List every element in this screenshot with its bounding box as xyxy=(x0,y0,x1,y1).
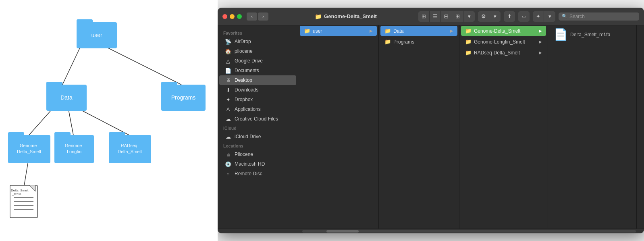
data-arrow: ▶ xyxy=(450,29,453,33)
sidebar-item-icloud[interactable]: ☁ iCloud Drive xyxy=(219,132,296,141)
col-item-data[interactable]: 📁 Data ▶ xyxy=(380,26,457,36)
view-options-btn[interactable]: ▾ xyxy=(463,11,475,22)
close-button[interactable] xyxy=(222,14,227,19)
svg-rect-16 xyxy=(54,132,71,137)
title-folder-icon: 📁 xyxy=(315,13,322,20)
sidebar-item-dropbox[interactable]: ✦ Dropbox xyxy=(219,95,296,104)
dropbox-arrow-btn[interactable]: ▾ xyxy=(544,11,555,22)
locations-label: Locations xyxy=(218,141,298,150)
programs-folder-icon: 📁 xyxy=(384,39,391,45)
sidebar-item-documents[interactable]: 📄 Documents xyxy=(219,66,296,75)
edit-group: ▭ xyxy=(518,11,530,22)
sidebar-item-remotedisc[interactable]: ○ Remote Disc xyxy=(219,169,296,179)
sidebar-item-creativecloud[interactable]: ☁ Creative Cloud Files xyxy=(219,114,296,124)
col-item-genome-delta[interactable]: 📁 Genome-Delta_Smelt ▶ xyxy=(461,26,546,36)
icloud-label: iCloud Drive xyxy=(235,134,261,139)
radseq-folder-icon: 📁 xyxy=(465,50,472,56)
svg-rect-11 xyxy=(161,82,177,87)
forward-button[interactable]: › xyxy=(258,12,268,21)
svg-line-3 xyxy=(69,110,73,135)
col-item-user[interactable]: 📁 user ▶ xyxy=(300,26,377,36)
downloads-icon: ⬇ xyxy=(225,87,231,93)
icloud-label: iCloud xyxy=(218,124,298,132)
back-button[interactable]: ‹ xyxy=(247,12,257,21)
icon-view-btn[interactable]: ⊞ xyxy=(418,11,430,22)
svg-text:Delta_Smelt: Delta_Smelt xyxy=(17,149,41,154)
sidebar-item-pliocene-loc[interactable]: 🖥 Pliocene xyxy=(219,150,296,159)
search-box[interactable]: 🔍 Search xyxy=(559,12,639,21)
sidebar: Favorites 📡 AirDrop 🏠 pliocene △ Google … xyxy=(218,25,298,229)
edit-btn[interactable]: ▭ xyxy=(518,11,530,22)
sidebar-item-desktop[interactable]: 🖥 Desktop xyxy=(219,75,296,85)
svg-text:_ref.fa: _ref.fa xyxy=(12,192,21,196)
column-genomes: 📁 Genome-Delta_Smelt ▶ 📁 Genome-Longfin_… xyxy=(459,25,548,229)
tree-panel: user Data Programs Genome- Delta_Smelt G… xyxy=(0,0,218,241)
file-label: Delta_Smelt xyxy=(11,189,29,192)
maximize-button[interactable] xyxy=(237,14,242,19)
column-files: 📄 Delta_Smelt_ref.fa xyxy=(548,25,637,229)
col-item-delta-file[interactable]: 📄 Delta_Smelt_ref.fa xyxy=(550,26,635,43)
col-item-genome-longfin[interactable]: 📁 Genome-Longfin_Smelt ▶ xyxy=(461,37,546,47)
programs-node: Programs xyxy=(171,94,196,101)
creativecloud-icon: ☁ xyxy=(225,116,231,122)
column-user: 📁 user ▶ xyxy=(298,25,379,229)
list-view-btn[interactable]: ☰ xyxy=(430,11,441,22)
favorites-label: Favorites xyxy=(218,29,298,37)
data-folder-label: Data xyxy=(393,28,403,34)
col-item-radseq[interactable]: 📁 RADseq-Delta_Smelt ▶ xyxy=(461,48,546,58)
radseq-arrow: ▶ xyxy=(539,50,542,55)
dropbox-group: ✦ ▾ xyxy=(533,11,555,22)
radseq-node: RADseq- xyxy=(121,143,139,148)
macintosh-label: Macintosh HD xyxy=(235,161,265,167)
svg-rect-13 xyxy=(8,132,24,137)
googledrive-label: Google Drive xyxy=(235,58,263,64)
dropbox-btn[interactable]: ✦ xyxy=(533,11,544,22)
svg-line-4 xyxy=(79,109,129,135)
applications-label: Applications xyxy=(235,106,261,112)
sidebar-item-googledrive[interactable]: △ Google Drive xyxy=(219,56,296,66)
airdrop-label: AirDrop xyxy=(235,39,251,44)
columns-area: 📁 user ▶ 📁 Data ▶ 📁 Programs xyxy=(298,25,644,229)
airdrop-icon: 📡 xyxy=(225,38,231,45)
gallery-view-btn[interactable]: ⊞ xyxy=(452,11,463,22)
user-folder-icon: 📁 xyxy=(304,28,310,34)
action-arrow-btn[interactable]: ▾ xyxy=(489,11,501,22)
window-title: Genome-Delta_Smelt xyxy=(324,13,377,19)
applications-icon: A xyxy=(225,106,231,112)
minimize-button[interactable] xyxy=(230,14,235,19)
scroll-bar[interactable] xyxy=(218,229,644,233)
user-arrow: ▶ xyxy=(370,29,373,33)
svg-line-2 xyxy=(29,109,52,135)
share-btn[interactable]: ⬆ xyxy=(504,11,515,22)
genome-delta-folder-icon: 📁 xyxy=(465,28,472,34)
finder-content: Favorites 📡 AirDrop 🏠 pliocene △ Google … xyxy=(218,25,644,229)
programs-folder-label: Programs xyxy=(393,39,414,45)
data-node: Data xyxy=(60,94,73,101)
genome-longfin-folder-icon: 📁 xyxy=(465,39,472,45)
column-empty xyxy=(637,25,644,229)
genome-delta-folder-label: Genome-Delta_Smelt xyxy=(474,28,520,34)
genome-delta-node: Genome- xyxy=(20,143,38,148)
remotedisc-label: Remote Disc xyxy=(235,171,262,177)
search-placeholder: Search xyxy=(569,14,585,19)
sidebar-item-applications[interactable]: A Applications xyxy=(219,104,296,114)
share-group: ⬆ xyxy=(504,11,515,22)
sidebar-item-downloads[interactable]: ⬇ Downloads xyxy=(219,85,296,95)
file-doc-icon: 📄 xyxy=(554,28,568,41)
sidebar-item-airdrop[interactable]: 📡 AirDrop xyxy=(219,37,296,46)
search-icon: 🔍 xyxy=(562,14,567,19)
column-view-btn[interactable]: ⊟ xyxy=(441,11,452,22)
sidebar-item-macintosh[interactable]: 💿 Macintosh HD xyxy=(219,159,296,169)
sidebar-item-pliocene[interactable]: 🏠 pliocene xyxy=(219,46,296,56)
col-item-programs[interactable]: 📁 Programs xyxy=(380,37,457,47)
action-btn[interactable]: ⚙ xyxy=(478,11,489,22)
desktop-label: Desktop xyxy=(235,77,252,83)
radseq-folder-label: RADseq-Delta_Smelt xyxy=(474,50,520,56)
traffic-lights xyxy=(222,14,242,19)
delta-file-label: Delta_Smelt_ref.fa xyxy=(570,32,610,37)
documents-icon: 📄 xyxy=(225,67,231,74)
svg-rect-7 xyxy=(77,19,93,24)
svg-text:Longfin: Longfin xyxy=(67,149,81,154)
icloud-icon: ☁ xyxy=(225,133,231,140)
desktop-icon: 🖥 xyxy=(225,77,231,83)
